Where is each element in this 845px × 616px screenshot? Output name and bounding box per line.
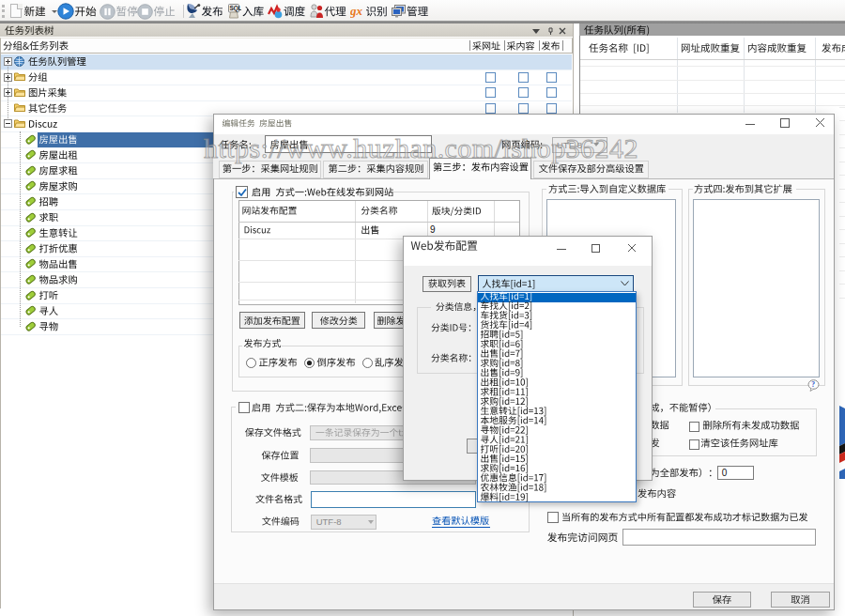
svg-text:SQL: SQL: [229, 5, 241, 12]
svg-text:gx: gx: [350, 5, 363, 18]
svg-text:?: ?: [811, 380, 815, 389]
